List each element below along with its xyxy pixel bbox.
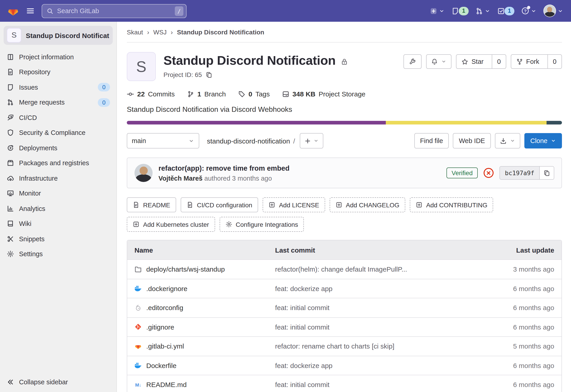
- commit-author-avatar[interactable]: [134, 164, 153, 182]
- breadcrumb-project-link[interactable]: Standup Discord Notification: [177, 28, 264, 36]
- add-kubernetes-cluster-button[interactable]: Add Kubernetes cluster: [127, 217, 215, 232]
- sidebar-menu: Project information Repository Issues 0 …: [0, 49, 116, 262]
- plus-icon: [304, 137, 311, 144]
- table-row: deploy/charts/wsj-standup refactor(helm)…: [127, 259, 561, 279]
- repo-root-link[interactable]: standup-discord-notification: [207, 137, 290, 145]
- commit-author-link[interactable]: Vojtěch Mareš: [158, 174, 203, 182]
- folder-icon: [134, 266, 142, 273]
- navbar-issues-button[interactable]: 1: [450, 6, 470, 16]
- cicd-configuration-button[interactable]: CI/CD configuration: [181, 197, 258, 212]
- find-file-button[interactable]: Find file: [414, 133, 449, 148]
- configure-integrations-button[interactable]: Configure Integrations: [219, 217, 304, 232]
- sidebar-item-packages-registries[interactable]: Packages and registries: [0, 155, 116, 171]
- cloud-gear-icon: [7, 175, 14, 182]
- file-link[interactable]: .gitignore: [134, 323, 275, 331]
- column-header-name: Name: [134, 246, 275, 254]
- readme-button[interactable]: README: [127, 197, 176, 212]
- fork-button[interactable]: Fork: [511, 55, 544, 68]
- pipeline-failed-icon[interactable]: ✕: [484, 168, 494, 178]
- language-bar[interactable]: [127, 121, 562, 125]
- tags-stat[interactable]: 0 Tags: [238, 90, 270, 98]
- copy-sha-button[interactable]: [539, 167, 554, 179]
- editorconfig-icon: [134, 304, 142, 311]
- sidebar-item-merge-requests[interactable]: Merge requests 0: [0, 95, 116, 110]
- web-ide-button[interactable]: Web IDE: [453, 133, 491, 148]
- add-changelog-button[interactable]: Add CHANGELOG: [330, 197, 405, 212]
- commit-message-link[interactable]: refactor: rename chart to charts [ci ski…: [275, 342, 482, 350]
- breadcrumb-subgroup-link[interactable]: WSJ: [153, 28, 167, 36]
- help-menu-button[interactable]: ?: [520, 6, 538, 16]
- breadcrumb-group-link[interactable]: Skaut: [127, 28, 143, 36]
- clone-button[interactable]: Clone: [524, 133, 562, 148]
- storage-stat[interactable]: 348 KB Project Storage: [282, 90, 366, 98]
- file-link[interactable]: deploy/charts/wsj-standup: [134, 266, 275, 273]
- navbar-todos-button[interactable]: 1: [496, 6, 516, 16]
- commit-message-link[interactable]: feat: initial commit: [275, 381, 482, 389]
- gitlab-logo-icon[interactable]: [7, 5, 19, 16]
- commit-message-link[interactable]: feat: dockerize app: [275, 285, 482, 293]
- star-label: Star: [471, 58, 484, 65]
- add-file-dropdown-button[interactable]: [300, 133, 323, 148]
- svg-text:?: ?: [524, 9, 527, 13]
- branch-selector[interactable]: main: [127, 133, 199, 148]
- commits-stat[interactable]: 22 Commits: [127, 90, 175, 98]
- file-link[interactable]: M↓ README.md: [134, 381, 275, 389]
- sidebar-project-context[interactable]: S Standup Discord Notificati...: [4, 26, 113, 45]
- search-box[interactable]: /: [42, 4, 186, 18]
- file-link[interactable]: .dockerignore: [134, 285, 275, 293]
- commit-message-link[interactable]: feat: dockerize app: [275, 362, 482, 369]
- copy-icon: [543, 169, 550, 176]
- download-source-button[interactable]: [495, 133, 520, 148]
- commit-message-link[interactable]: feat: initial commit: [275, 323, 482, 331]
- sidebar-item-wiki[interactable]: Wiki: [0, 216, 116, 231]
- commit-message-link[interactable]: refactor(app): remove time from embed: [158, 164, 290, 172]
- project-header: S Standup Discord Notification Project I…: [127, 52, 562, 81]
- table-row: M↓ README.md feat: initial commit 6 mont…: [127, 375, 561, 392]
- sidebar-item-project-information[interactable]: Project information: [0, 49, 116, 65]
- sidebar-item-security-compliance[interactable]: Security & Compliance: [0, 125, 116, 140]
- admin-wrench-button[interactable]: [404, 54, 422, 69]
- readme-label: README: [143, 201, 170, 209]
- last-update-time: 6 months ago: [482, 362, 554, 369]
- sidebar-project-name: Standup Discord Notificati...: [26, 31, 110, 39]
- package-icon: [7, 160, 14, 167]
- star-count[interactable]: 0: [492, 55, 506, 68]
- deployments-icon: [7, 144, 14, 152]
- sidebar-item-snippets[interactable]: Snippets: [0, 231, 116, 246]
- column-header-last-update: Last update: [482, 246, 554, 254]
- sidebar-item-infrastructure[interactable]: Infrastructure: [0, 171, 116, 186]
- sidebar-item-settings[interactable]: Settings: [0, 246, 116, 262]
- new-menu-button[interactable]: [428, 6, 446, 16]
- file-link[interactable]: Dockerfile: [134, 362, 275, 369]
- sidebar-item-label: Analytics: [19, 205, 45, 212]
- search-input[interactable]: [57, 7, 171, 14]
- notifications-button[interactable]: [426, 54, 452, 69]
- fork-count[interactable]: 0: [547, 55, 561, 68]
- sidebar-item-cicd[interactable]: CI/CD: [0, 110, 116, 125]
- copy-project-id-button[interactable]: [206, 71, 212, 78]
- hamburger-menu-icon[interactable]: [25, 6, 35, 16]
- last-update-time: 6 months ago: [482, 285, 554, 293]
- commit-message-link[interactable]: refactor(helm): change default ImagePull…: [275, 266, 482, 273]
- commit-message-link[interactable]: feat: initial commit: [275, 304, 482, 312]
- collapse-sidebar-button[interactable]: Collapse sidebar: [0, 372, 116, 392]
- last-update-time: 6 months ago: [482, 381, 554, 389]
- path-separator: /: [293, 137, 295, 145]
- file-link[interactable]: .gitlab-ci.yml: [134, 342, 275, 350]
- file-link[interactable]: .editorconfig: [134, 304, 275, 312]
- sidebar-item-deployments[interactable]: Deployments: [0, 140, 116, 155]
- star-button-group: Star 0: [456, 54, 506, 69]
- sidebar-item-analytics[interactable]: Analytics: [0, 201, 116, 216]
- add-contributing-button[interactable]: Add CONTRIBUTING: [410, 197, 493, 212]
- branches-stat[interactable]: 1 Branch: [187, 90, 226, 98]
- gear-icon: [7, 251, 14, 258]
- sidebar-item-repository[interactable]: Repository: [0, 65, 116, 80]
- sidebar-item-issues[interactable]: Issues 0: [0, 80, 116, 95]
- user-menu-button[interactable]: [542, 4, 565, 18]
- plus-square-icon: [416, 201, 423, 208]
- star-button[interactable]: Star: [457, 55, 489, 68]
- add-license-button[interactable]: Add LICENSE: [263, 197, 325, 212]
- verified-badge[interactable]: Verified: [447, 168, 478, 178]
- navbar-merge-requests-button[interactable]: [474, 6, 492, 16]
- sidebar-item-monitor[interactable]: Monitor: [0, 186, 116, 201]
